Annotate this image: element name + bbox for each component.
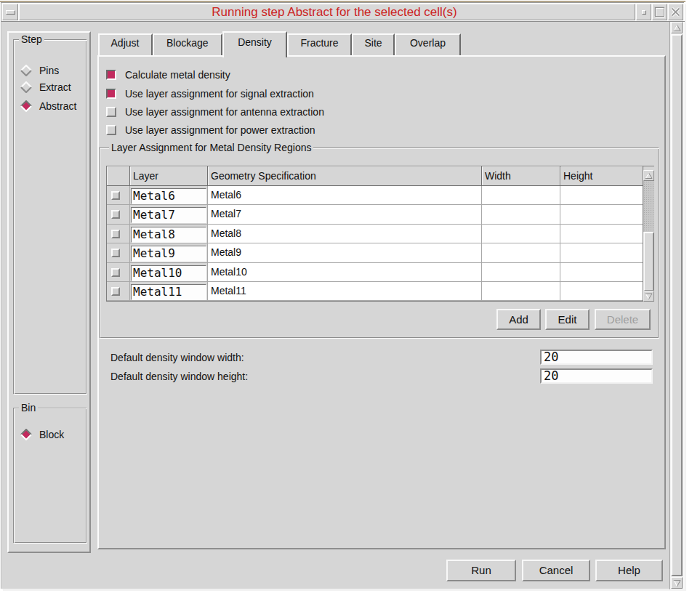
radio-diamond-selected-icon <box>20 100 32 112</box>
run-button[interactable]: Run <box>446 560 516 581</box>
layer-field[interactable]: Metal7 <box>131 207 206 223</box>
cancel-button[interactable]: Cancel <box>522 560 590 581</box>
table-row[interactable]: Metal6 Metal6 <box>107 186 643 205</box>
table-scrollbar-trough[interactable] <box>643 181 654 232</box>
sidebar-panel: Step Pins Extract <box>7 31 91 553</box>
radio-diamond-selected-icon <box>20 429 32 440</box>
scroll-up-button[interactable] <box>671 22 683 33</box>
window-menu-icon <box>6 10 15 15</box>
row-checkbox-cell <box>107 186 130 204</box>
checkbox-unchecked-icon[interactable] <box>106 107 116 117</box>
close-button[interactable] <box>668 4 683 20</box>
sidebar-item-block[interactable]: Block <box>20 429 84 440</box>
table-row[interactable]: Metal7 Metal7 <box>107 205 643 224</box>
height-cell[interactable] <box>560 263 643 281</box>
row-checkbox-icon[interactable] <box>111 249 120 257</box>
row-checkbox-icon[interactable] <box>111 191 120 200</box>
layer-cell: Metal6 <box>130 186 208 204</box>
table-header-checkbox <box>107 166 130 186</box>
table-row[interactable]: Metal8 Metal8 <box>107 225 643 243</box>
width-cell[interactable] <box>482 205 560 223</box>
sidebar-item-label: Abstract <box>39 100 76 112</box>
table-scroll-down-button[interactable] <box>643 291 654 302</box>
checkbox-label: Use layer assignment for signal extracti… <box>125 88 314 100</box>
checkbox-label: Calculate metal density <box>125 69 230 81</box>
window-vertical-scrollbar[interactable] <box>669 22 685 589</box>
table-scrollbar-thumb[interactable] <box>643 232 654 291</box>
row-checkbox-icon[interactable] <box>111 287 120 296</box>
screen: Running step Abstract for the selected c… <box>0 0 700 601</box>
row-checkbox-cell <box>107 205 130 223</box>
height-cell[interactable] <box>560 186 643 204</box>
table-header-layer: Layer <box>130 166 208 186</box>
table-row[interactable]: Metal10 Metal10 <box>107 263 643 282</box>
scroll-down-button[interactable] <box>671 577 683 589</box>
sidebar-item-abstract[interactable]: Abstract <box>20 100 84 112</box>
arrow-down-icon <box>673 579 681 587</box>
height-cell[interactable] <box>560 282 643 300</box>
layer-field[interactable]: Metal9 <box>131 246 206 262</box>
width-cell[interactable] <box>482 243 560 262</box>
step-group-label: Step <box>19 34 44 44</box>
table-header-geometry: Geometry Specification <box>208 166 482 186</box>
layer-field[interactable]: Metal8 <box>131 227 206 243</box>
row-checkbox-icon[interactable] <box>111 210 120 219</box>
height-cell[interactable] <box>560 243 643 262</box>
row-checkbox-icon[interactable] <box>111 230 120 238</box>
row-checkbox-cell <box>107 282 130 300</box>
geometry-cell[interactable]: Metal10 <box>208 263 482 281</box>
sidebar-item-extract[interactable]: Extract <box>20 81 84 93</box>
tab-overlap[interactable]: Overlap <box>395 33 461 56</box>
scrollbar-thumb[interactable] <box>671 34 683 576</box>
width-cell[interactable] <box>482 186 560 204</box>
table-scroll-up-button[interactable] <box>643 170 654 181</box>
title-bar-caption[interactable]: Running step Abstract for the selected c… <box>19 4 635 20</box>
close-icon <box>669 4 683 20</box>
layer-field[interactable]: Metal11 <box>131 284 206 300</box>
layer-cell: Metal11 <box>130 282 208 300</box>
layer-cell: Metal9 <box>130 243 208 262</box>
height-cell[interactable] <box>560 205 643 223</box>
row-checkbox-cell <box>107 263 130 281</box>
tab-fracture[interactable]: Fracture <box>287 33 352 56</box>
layer-table: Layer Geometry Specification Width Heigh… <box>106 166 654 302</box>
top-edge-strip <box>0 1 685 2</box>
tab-site[interactable]: Site <box>352 33 395 56</box>
row-checkbox-cell <box>107 225 130 243</box>
table-vertical-scrollbar[interactable] <box>643 166 654 301</box>
checkbox-checked-icon[interactable] <box>106 89 116 99</box>
tab-density[interactable]: Density <box>222 31 287 57</box>
geometry-cell[interactable]: Metal9 <box>208 243 482 262</box>
dialog-window: Running step Abstract for the selected c… <box>1 3 685 589</box>
geometry-cell[interactable]: Metal6 <box>208 186 482 204</box>
maximize-button[interactable] <box>652 4 667 20</box>
layer-field[interactable]: Metal6 <box>131 188 206 204</box>
help-button[interactable]: Help <box>595 560 663 581</box>
geometry-cell[interactable]: Metal8 <box>208 225 482 243</box>
edit-button[interactable]: Edit <box>545 309 590 330</box>
geometry-cell[interactable]: Metal7 <box>208 205 482 223</box>
add-button[interactable]: Add <box>496 309 541 330</box>
sidebar-item-pins[interactable]: Pins <box>20 65 84 76</box>
default-width-field[interactable]: 20 <box>540 350 653 365</box>
tab-blockage[interactable]: Blockage <box>153 33 223 56</box>
geometry-cell[interactable]: Metal11 <box>208 282 482 300</box>
checkbox-checked-icon[interactable] <box>106 70 116 80</box>
layer-cell: Metal7 <box>130 205 208 223</box>
title-bar: Running step Abstract for the selected c… <box>1 3 685 22</box>
default-height-field[interactable]: 20 <box>540 368 653 384</box>
minimize-button[interactable] <box>636 4 651 20</box>
table-row[interactable]: Metal9 Metal9 <box>107 243 643 262</box>
row-checkbox-icon[interactable] <box>111 268 120 277</box>
window-menu-button[interactable] <box>2 4 18 20</box>
width-cell[interactable] <box>482 263 560 281</box>
height-cell[interactable] <box>560 225 643 243</box>
delete-button[interactable]: Delete <box>595 309 651 330</box>
width-cell[interactable] <box>482 225 560 243</box>
tab-adjust[interactable]: Adjust <box>98 33 153 56</box>
radio-diamond-icon <box>20 65 32 76</box>
table-row[interactable]: Metal11 Metal11 <box>107 282 643 301</box>
checkbox-unchecked-icon[interactable] <box>106 125 116 135</box>
width-cell[interactable] <box>482 282 560 300</box>
layer-field[interactable]: Metal10 <box>131 265 206 281</box>
